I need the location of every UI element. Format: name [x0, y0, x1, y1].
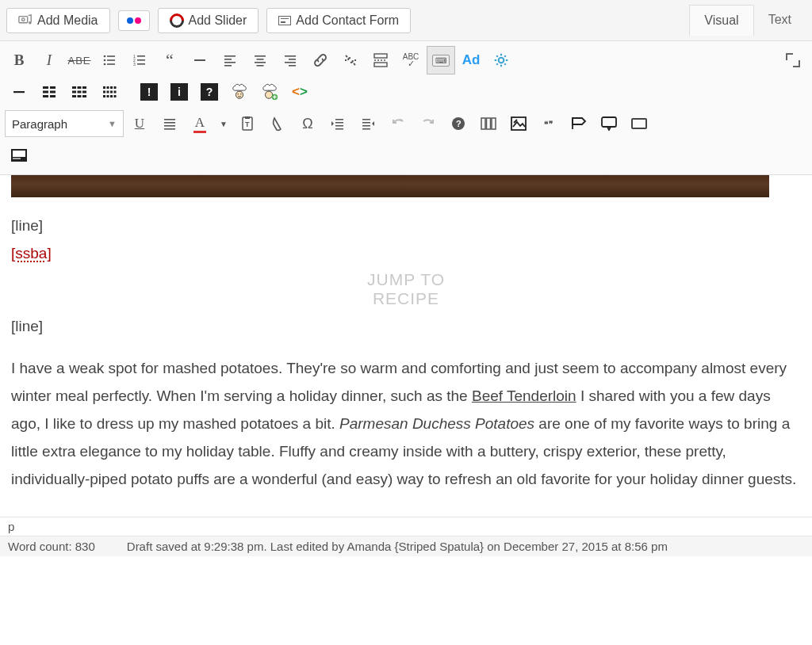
gear-icon: [493, 52, 509, 68]
strikethrough-button[interactable]: ABE: [65, 46, 94, 74]
tooltip-button[interactable]: [595, 109, 623, 138]
ad-button[interactable]: Ad: [457, 46, 485, 74]
two-column-button[interactable]: [35, 78, 63, 106]
underline-button[interactable]: U: [125, 109, 154, 138]
chef-hat-button[interactable]: [225, 78, 254, 106]
editor-canvas[interactable]: [line] [ssba] JUMP TO RECIPE [line] I ha…: [0, 175, 812, 517]
justify-button[interactable]: [155, 109, 184, 138]
tab-visual[interactable]: Visual: [689, 5, 753, 36]
editor-toolbar: B I ABE 123 “ ABC ⌨ Ad ! i ? <> Par: [0, 41, 812, 175]
chevron-down-icon: ▼: [108, 119, 117, 128]
element-path[interactable]: p: [0, 517, 812, 536]
spellcheck-button[interactable]: ABC: [396, 46, 425, 74]
jump-to-recipe[interactable]: JUMP TO RECIPE: [11, 267, 801, 311]
alert-box-button[interactable]: !: [135, 78, 163, 106]
outdent-button[interactable]: [324, 109, 352, 138]
svg-rect-67: [164, 128, 175, 130]
recipe-name-italic: Parmesan Duchess Potatoes: [339, 415, 534, 432]
svg-text:T: T: [245, 120, 250, 128]
short-hr-button[interactable]: [5, 78, 33, 106]
undo-button[interactable]: [384, 109, 412, 138]
svg-rect-17: [224, 59, 232, 60]
horizontal-rule-button[interactable]: [186, 46, 214, 74]
text-color-dropdown[interactable]: ▼: [216, 109, 232, 138]
brackets-icon: <>: [292, 84, 308, 100]
indent-button[interactable]: [354, 109, 382, 138]
redo-button[interactable]: [414, 109, 442, 138]
beef-tenderloin-link[interactable]: Beef Tenderloin: [472, 387, 576, 404]
clear-formatting-button[interactable]: [263, 109, 292, 138]
flickr-button[interactable]: [118, 10, 150, 31]
status-bar: Word count: 830 Draft saved at 9:29:38 p…: [0, 536, 812, 556]
box-icon: [631, 118, 647, 129]
svg-rect-32: [43, 86, 48, 89]
settings-gear-button[interactable]: [487, 46, 515, 74]
svg-rect-29: [374, 63, 387, 67]
post-content[interactable]: [line] [ssba] JUMP TO RECIPE [line] I ha…: [0, 212, 812, 517]
svg-rect-49: [110, 86, 113, 89]
shortcode-line-2[interactable]: [line]: [11, 312, 801, 340]
read-more-button[interactable]: [366, 46, 395, 74]
align-left-button[interactable]: [216, 46, 244, 74]
add-contact-form-button[interactable]: Add Contact Form: [266, 8, 411, 33]
svg-rect-66: [164, 125, 175, 127]
media-tab-row: Add Media Add Slider Add Contact Form Vi…: [0, 0, 812, 41]
html-brackets-button[interactable]: <>: [285, 78, 314, 106]
body-paragraph[interactable]: I have a weak spot for mashed potatoes. …: [11, 354, 801, 494]
svg-rect-88: [13, 158, 21, 159]
shortcode-ssba[interactable]: [ssba]: [11, 245, 52, 261]
four-column-button[interactable]: [95, 78, 124, 106]
add-media-label: Add Media: [37, 13, 98, 28]
svg-rect-87: [13, 151, 25, 157]
align-center-button[interactable]: [246, 46, 274, 74]
svg-rect-21: [257, 59, 264, 60]
quotes-button[interactable]: ❝❞: [534, 109, 563, 138]
three-column-button[interactable]: [65, 78, 94, 106]
question-box-button[interactable]: ?: [195, 78, 224, 106]
special-char-button[interactable]: Ω: [293, 109, 322, 138]
quote-icon: ❝❞: [544, 120, 553, 128]
toolbar-toggle-button[interactable]: ⌨: [427, 46, 455, 74]
fullscreen-button[interactable]: [779, 46, 807, 74]
chef-add-button[interactable]: [255, 78, 284, 106]
flag-button[interactable]: [565, 109, 593, 138]
columns-button[interactable]: [474, 109, 503, 138]
link-button[interactable]: [306, 46, 335, 74]
svg-rect-71: [335, 119, 343, 120]
svg-rect-37: [50, 95, 56, 97]
box-button[interactable]: [625, 109, 653, 138]
svg-rect-12: [137, 59, 145, 61]
svg-rect-4: [107, 55, 115, 57]
align-right-button[interactable]: [276, 46, 304, 74]
toolbar-row-1: B I ABE 123 “ ABC ⌨ Ad: [5, 44, 807, 76]
svg-rect-20: [255, 55, 266, 57]
blockquote-button[interactable]: “: [155, 46, 184, 74]
shortcode-line[interactable]: [line]: [11, 212, 801, 239]
svg-rect-52: [107, 91, 109, 94]
svg-point-3: [104, 55, 106, 58]
svg-rect-27: [289, 65, 296, 67]
bold-button[interactable]: B: [5, 46, 33, 74]
svg-rect-40: [82, 86, 86, 89]
image-insert-button[interactable]: [504, 109, 533, 138]
add-slider-button[interactable]: Add Slider: [158, 8, 259, 33]
unlink-button[interactable]: [336, 46, 365, 74]
autosave-status: Draft saved at 9:29:38 pm. Last edited b…: [127, 540, 668, 553]
chef-plus-icon: [261, 83, 278, 101]
toolbar-row-4: [5, 139, 807, 171]
keyboard-icon: ⌨: [432, 55, 450, 67]
info-box-button[interactable]: i: [165, 78, 193, 106]
flickr-icon: [127, 17, 141, 24]
card-button[interactable]: [5, 141, 33, 170]
add-media-button[interactable]: Add Media: [6, 8, 110, 33]
bullet-list-button[interactable]: [95, 46, 124, 74]
help-button[interactable]: ?: [444, 109, 473, 138]
toolbar-row-2: ! i ? <>: [5, 76, 807, 108]
number-list-button[interactable]: 123: [125, 46, 154, 74]
italic-button[interactable]: I: [35, 46, 63, 74]
paste-text-button[interactable]: T: [233, 109, 262, 138]
format-select-label: Paragraph: [12, 117, 67, 131]
tab-text[interactable]: Text: [754, 5, 806, 36]
format-select[interactable]: Paragraph ▼: [5, 110, 124, 137]
text-color-button[interactable]: A: [186, 109, 214, 138]
